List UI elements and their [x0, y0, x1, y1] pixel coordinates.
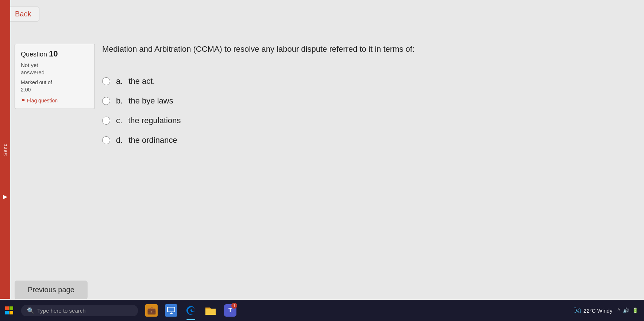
option-c-text: the regulations [128, 116, 181, 125]
option-c: c. the regulations [102, 116, 629, 125]
option-d-letter: d. [116, 136, 123, 145]
taskbar-search-text: Type here to search [37, 308, 86, 314]
option-d-radio[interactable] [102, 136, 110, 144]
volume-icon[interactable]: 🔋 [632, 308, 638, 313]
marked-out-label: Marked out of [21, 79, 89, 85]
option-c-radio[interactable] [102, 117, 110, 125]
question-label: Question 10 [21, 49, 89, 59]
svg-rect-4 [167, 307, 175, 312]
taskbar-app-teams[interactable]: T 1 [221, 300, 239, 321]
edge-icon [185, 304, 197, 317]
left-accent-bar: Send [0, 0, 10, 299]
folder-icon [204, 304, 217, 317]
option-d: d. the ordinance [102, 136, 629, 145]
option-a-radio[interactable] [102, 77, 110, 85]
option-b-text: the bye laws [128, 96, 173, 106]
question-text: Mediation and Arbitration (CCMA) to reso… [102, 44, 629, 55]
option-b-radio[interactable] [102, 97, 110, 105]
flag-icon: ⚑ [21, 98, 26, 103]
option-b-letter: b. [116, 96, 123, 106]
flag-question-label: Flag question [27, 98, 58, 103]
start-button[interactable] [0, 300, 18, 321]
taskbar-apps: 💼 [142, 300, 239, 321]
taskbar-weather: 🌬 22°C Windy [574, 306, 612, 315]
chevron-up-icon[interactable]: ^ [617, 308, 620, 313]
left-accent-label: Send [3, 143, 8, 156]
weather-icon: 🌬 [574, 306, 581, 315]
taskbar-search-icon: 🔍 [27, 307, 34, 314]
option-b: b. the bye laws [102, 96, 629, 106]
back-button[interactable]: Back [7, 7, 39, 21]
options-area: a. the act. b. the bye laws c. the regul… [102, 77, 629, 155]
previous-page-button[interactable]: Previous page [15, 281, 88, 299]
question-status: Not yetanswered [21, 62, 89, 76]
marked-out-value: 2.00 [21, 87, 89, 93]
network-icon[interactable]: 🔊 [623, 308, 629, 313]
option-c-letter: c. [116, 116, 122, 125]
option-d-text: the ordinance [128, 136, 177, 145]
monitor-icon [165, 304, 177, 317]
taskbar: 🔍 Type here to search 💼 [0, 300, 644, 321]
taskbar-app-edge[interactable] [182, 300, 200, 321]
flag-question-button[interactable]: ⚑ Flag question [21, 98, 89, 103]
collapse-arrow-icon[interactable]: ▶ [3, 193, 7, 200]
svg-rect-3 [9, 311, 13, 314]
question-info-box: Question 10 Not yetanswered Marked out o… [15, 44, 95, 109]
taskbar-app-briefcase[interactable]: 💼 [142, 300, 161, 321]
option-a-text: the act. [128, 77, 155, 86]
svg-rect-1 [9, 306, 13, 310]
taskbar-right: 🌬 22°C Windy ^ 🔊 🔋 [574, 306, 644, 315]
teams-badge: 1 [231, 303, 237, 309]
briefcase-icon: 💼 [145, 304, 158, 317]
taskbar-app-folder[interactable] [201, 300, 220, 321]
option-a-letter: a. [116, 77, 123, 86]
option-a: a. the act. [102, 77, 629, 86]
main-content: Question 10 Not yetanswered Marked out o… [15, 44, 629, 285]
taskbar-search-box[interactable]: 🔍 Type here to search [21, 305, 138, 316]
svg-rect-0 [5, 306, 9, 310]
taskbar-app-monitor[interactable] [162, 300, 180, 321]
svg-rect-2 [5, 311, 9, 314]
weather-text: 22°C Windy [583, 308, 612, 314]
systray-icons: ^ 🔊 🔋 [617, 308, 638, 313]
